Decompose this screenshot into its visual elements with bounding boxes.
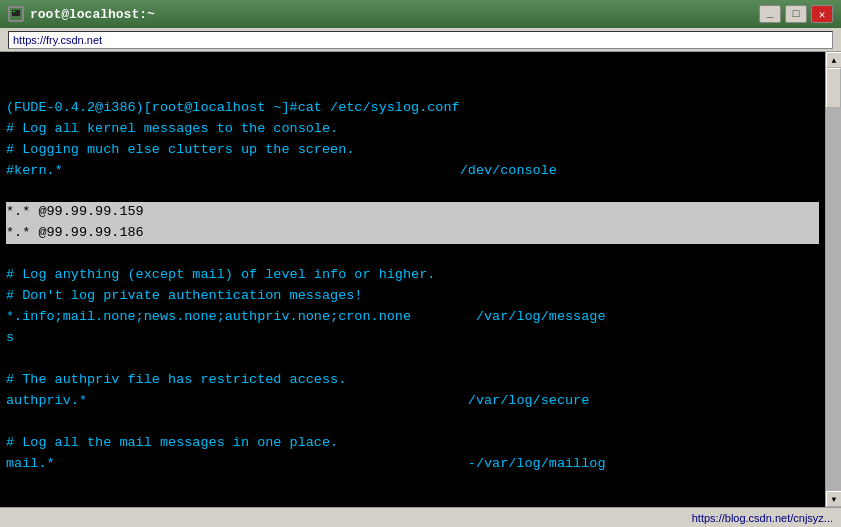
terminal-line: # Log anything (except mail) of level in… <box>6 265 819 286</box>
minimize-button[interactable]: _ <box>759 5 781 23</box>
terminal-line <box>6 474 819 495</box>
scrollbar-up-button[interactable]: ▲ <box>826 52 841 68</box>
terminal-line: #kern.* /dev/console <box>6 161 819 182</box>
terminal-line: *.* @99.99.99.186 <box>6 223 819 244</box>
terminal-line <box>6 412 819 433</box>
svg-rect-1 <box>12 10 20 16</box>
address-bar <box>0 28 841 52</box>
terminal-line <box>6 244 819 265</box>
window-controls: _ □ ✕ <box>759 5 833 23</box>
terminal-line <box>6 495 819 507</box>
scrollbar-thumb[interactable] <box>826 68 841 108</box>
maximize-button[interactable]: □ <box>785 5 807 23</box>
address-input[interactable] <box>8 31 833 49</box>
scrollbar-track <box>826 68 841 491</box>
window-title: root@localhost:~ <box>30 7 759 22</box>
terminal-line: # Don't log private authentication messa… <box>6 286 819 307</box>
status-bar: https://blog.csdn.net/cnjsyz... <box>0 507 841 527</box>
window-icon <box>8 6 24 22</box>
terminal-line: # Log all the mail messages in one place… <box>6 433 819 454</box>
terminal-line: (FUDE-0.4.2@i386)[root@localhost ~]#cat … <box>6 98 819 119</box>
close-button[interactable]: ✕ <box>811 5 833 23</box>
terminal-line <box>6 182 819 203</box>
terminal-line: *.info;mail.none;news.none;authpriv.none… <box>6 307 819 328</box>
terminal-wrapper: (FUDE-0.4.2@i386)[root@localhost ~]#cat … <box>0 52 841 507</box>
scrollbar-down-button[interactable]: ▼ <box>826 491 841 507</box>
scrollbar[interactable]: ▲ ▼ <box>825 52 841 507</box>
terminal-content: (FUDE-0.4.2@i386)[root@localhost ~]#cat … <box>0 52 825 507</box>
terminal-line: # Logging much else clutters up the scre… <box>6 140 819 161</box>
terminal-line: # The authpriv file has restricted acces… <box>6 370 819 391</box>
status-url: https://blog.csdn.net/cnjsyz... <box>692 512 833 524</box>
terminal-line: mail.* -/var/log/maillog <box>6 454 819 475</box>
terminal-line: # Log all kernel messages to the console… <box>6 119 819 140</box>
terminal-line: *.* @99.99.99.159 <box>6 202 819 223</box>
title-bar: root@localhost:~ _ □ ✕ <box>0 0 841 28</box>
terminal-line <box>6 349 819 370</box>
svg-rect-2 <box>13 11 15 12</box>
terminal-line: s <box>6 328 819 349</box>
terminal-line: authpriv.* /var/log/secure <box>6 391 819 412</box>
